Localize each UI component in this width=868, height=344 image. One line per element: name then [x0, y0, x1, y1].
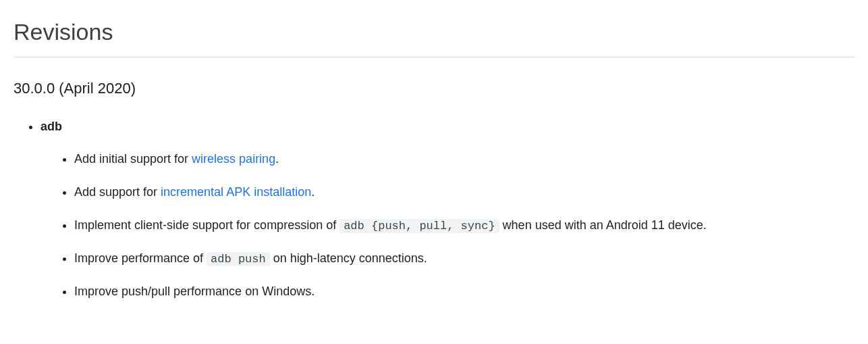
change-list: Add initial support for wireless pairing… [40, 149, 855, 301]
item-suffix: when used with an Android 11 device. [499, 218, 707, 232]
list-item: Add support for incremental APK installa… [74, 182, 855, 202]
code-snippet: adb push [207, 252, 270, 266]
section-title: Revisions [13, 14, 855, 50]
list-item: Improve push/pull performance on Windows… [74, 282, 855, 301]
item-text: Add initial support for [74, 152, 192, 166]
item-text: Implement client-side support for compre… [74, 218, 340, 232]
incremental-apk-link[interactable]: incremental APK installation [161, 185, 311, 199]
item-text: Improve performance of [74, 251, 207, 265]
item-suffix: . [275, 152, 279, 166]
item-suffix: . [311, 185, 315, 199]
list-item: Implement client-side support for compre… [74, 216, 855, 235]
item-text: Improve push/pull performance on Windows… [74, 285, 315, 298]
wireless-pairing-link[interactable]: wireless pairing [192, 152, 275, 166]
item-suffix: on high-latency connections. [270, 251, 427, 265]
component-item: adb Add initial support for wireless pai… [40, 117, 855, 302]
section-divider [13, 57, 855, 57]
code-snippet: adb {push, pull, sync} [340, 219, 499, 233]
version-heading: 30.0.0 (April 2020) [13, 76, 855, 100]
list-item: Add initial support for wireless pairing… [74, 149, 855, 169]
list-item: Improve performance of adb push on high-… [74, 249, 855, 268]
component-list: adb Add initial support for wireless pai… [13, 117, 855, 302]
component-name: adb [40, 120, 62, 133]
item-text: Add support for [74, 185, 161, 199]
